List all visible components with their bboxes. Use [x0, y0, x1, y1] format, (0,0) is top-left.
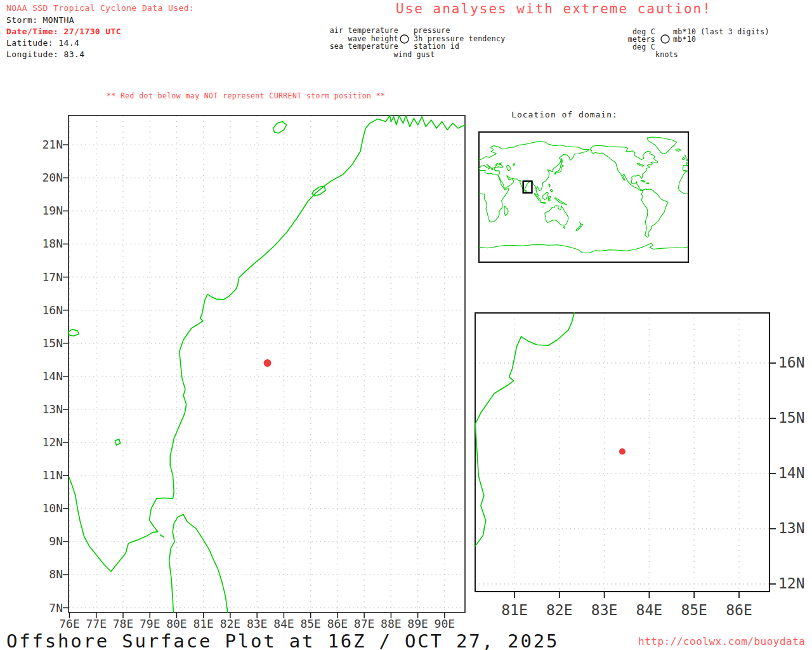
- main-lat-label: 8N: [33, 567, 63, 581]
- world-coastline-segment: [641, 189, 668, 237]
- zoom-india-coastline: [475, 313, 574, 546]
- zoom-lon-label: 81E: [489, 602, 540, 618]
- plot-title: Offshore Surface Plot at 16Z / OCT 27, 2…: [6, 630, 559, 650]
- storm-position-dot-main: [264, 359, 272, 367]
- main-lat-label: 18N: [33, 237, 63, 250]
- ganges-delta-coastline: [390, 116, 465, 129]
- main-lat-label: 11N: [33, 468, 63, 482]
- main-lat-label: 19N: [33, 204, 63, 217]
- zoom-lat-label: 16N: [778, 354, 805, 371]
- zoom-lon-label: 83E: [579, 602, 630, 618]
- hirakud-lake: [273, 122, 287, 133]
- world-coastline-segment: [513, 164, 515, 166]
- world-coastline-segment: [545, 206, 568, 225]
- source-url: http://coolwx.com/buoydata: [638, 635, 805, 647]
- world-coastline-segment: [554, 164, 563, 175]
- world-coastline-segment: [540, 202, 546, 203]
- main-lat-label: 13N: [33, 402, 63, 416]
- main-lat-label: 7N: [33, 601, 63, 614]
- world-coastline-segment: [549, 183, 550, 187]
- domain-location-box: [523, 182, 532, 193]
- zoom-lat-label: 12N: [778, 575, 805, 592]
- plot-canvas: [0, 0, 812, 650]
- storm-position-dot-zoom: [619, 448, 625, 454]
- main-lat-label: 15N: [33, 336, 63, 350]
- main-lat-label: 12N: [33, 435, 63, 449]
- world-coastline-segment: [576, 227, 580, 231]
- world-coastline-segment: [542, 192, 548, 200]
- zoom-lat-label: 13N: [778, 520, 805, 536]
- world-coastline-segment: [507, 165, 511, 171]
- world-coastlines: [479, 137, 688, 253]
- mini-map-frame: [479, 132, 688, 262]
- world-coastline-segment: [676, 149, 681, 151]
- world-coastline-segment: [684, 155, 688, 161]
- world-coastline-segment: [641, 180, 645, 182]
- zoom-lon-label: 86E: [714, 602, 764, 618]
- world-coastline-segment: [580, 222, 583, 227]
- zoom-map-coastlines: [475, 313, 574, 546]
- main-lat-label: 10N: [33, 501, 63, 515]
- zoom-lon-label: 82E: [534, 602, 585, 618]
- main-lat-label: 16N: [33, 303, 63, 317]
- world-coastline-segment: [479, 243, 688, 253]
- main-lat-label: 21N: [33, 138, 63, 151]
- zoom-lat-label: 15N: [778, 409, 805, 426]
- main-lat-label: 17N: [33, 270, 63, 284]
- main-lat-label: 9N: [33, 534, 63, 548]
- zoom-lon-label: 85E: [669, 602, 719, 618]
- units-model-circle-icon: [661, 35, 669, 43]
- world-coastline-segment: [563, 227, 565, 229]
- world-coastline-segment: [683, 157, 684, 160]
- world-coastline-segment: [550, 190, 553, 192]
- world-coastline-segment: [678, 171, 688, 194]
- axis-ticks: [63, 145, 776, 618]
- station-model-circle-icon: [400, 35, 409, 43]
- world-coastline-segment: [479, 142, 589, 196]
- main-lat-label: 14N: [33, 369, 63, 383]
- rameswaram-islets: [160, 535, 164, 538]
- main-lat-label: 20N: [33, 171, 63, 184]
- zoom-lon-label: 84E: [624, 602, 674, 618]
- world-coastline-segment: [548, 196, 551, 201]
- world-coastline-segment: [647, 137, 677, 154]
- zoom-lat-label: 14N: [778, 465, 805, 481]
- tungabhadra-lake: [69, 329, 79, 336]
- sri-lanka-coastline: [169, 515, 228, 613]
- world-coastline-segment: [479, 170, 509, 222]
- world-coastline-segment: [683, 162, 688, 171]
- world-coastline-segment: [554, 198, 566, 205]
- world-coastline-segment: [637, 163, 644, 166]
- main-lon-label: 90E: [428, 617, 462, 630]
- world-coastline-segment: [504, 206, 508, 215]
- offshore-surface-plot-page: NOAA SSD Tropical Cyclone Data Used: Sto…: [0, 0, 812, 650]
- small-lake: [115, 439, 120, 445]
- world-coastline-segment: [646, 183, 649, 184]
- world-coastline-segment: [561, 159, 562, 164]
